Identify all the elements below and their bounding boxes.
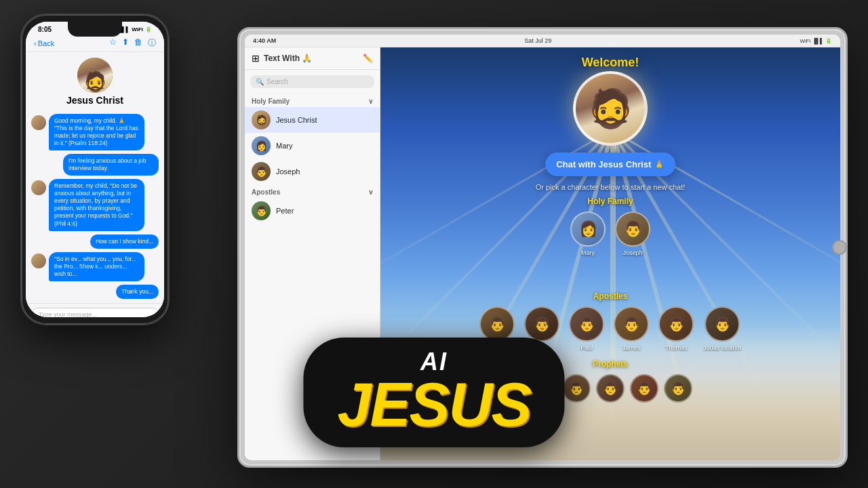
message-bubble-sent: Thank you... (116, 285, 159, 299)
share-icon[interactable]: ⬆ (122, 37, 129, 49)
john-avatar: 👨 (524, 306, 559, 342)
holy-family-section: Holy Family 👩 Mary 👨 Joseph (380, 197, 840, 256)
tablet-date: Sat Jul 29 (524, 37, 551, 44)
sidebar-header: ⊞ Text With 🙏 ✏️ (245, 47, 380, 70)
prophets-title: Prophets (593, 359, 628, 369)
mary-name: Mary (581, 249, 595, 256)
chevron-left-icon: ‹ (34, 39, 37, 47)
message-bubble-received: Good morning, my child. 🙏 "This is the d… (49, 114, 144, 150)
jesus-avatar-image: 🧔 (77, 58, 113, 93)
jesus-avatar-circle: 🧔 (573, 71, 648, 146)
apostle-james[interactable]: 👨 James (614, 306, 649, 351)
contact-avatar-jesus: 🧔 (252, 110, 271, 129)
paul-avatar: 👨 (569, 306, 604, 342)
thomas-avatar: 👨 (658, 306, 694, 342)
contact-header: 🧔 Jesus Christ (26, 52, 164, 110)
sidebar-action-icons: ✏️ (363, 54, 373, 63)
star-icon[interactable]: ☆ (109, 37, 117, 49)
compose-icon[interactable]: ✏️ (363, 54, 373, 63)
tablet-status-bar: 4:40 AM Sat Jul 29 WiFi ▐▌▌ 🔋 (245, 35, 840, 47)
chevron-down-icon[interactable]: ∨ (368, 188, 373, 196)
tablet-time: 4:40 AM (253, 37, 276, 44)
tablet-status-icons: WiFi ▐▌▌ 🔋 (800, 38, 832, 44)
apostle-judas[interactable]: 👨 Judas Iscariot (703, 306, 741, 351)
sidebar-grid-icon[interactable]: ⊞ (252, 53, 260, 64)
search-bar[interactable]: 🔍 Search (250, 75, 374, 88)
message-avatar (31, 253, 46, 268)
contact-name-peter: Peter (276, 207, 294, 215)
phone-screen: 8:05 ▐▌▌ WiFi 🔋 ‹ Back ☆ ⬆ 🗑 ⓘ (26, 22, 164, 317)
prophet-3-avatar[interactable]: 👨 (596, 374, 625, 403)
info-icon[interactable]: ⓘ (148, 37, 156, 49)
chat-with-jesus-button[interactable]: Chat with Jesus Christ 🙏 (545, 152, 675, 176)
prophet-5-avatar[interactable]: 👨 (664, 374, 692, 403)
holy-family-title: Holy Family (587, 197, 633, 206)
holy-family-characters: 👩 Mary 👨 Joseph (570, 211, 650, 256)
character-mary[interactable]: 👩 Mary (570, 211, 606, 256)
message-bubble-received: "So in ev... what you... you, for... the… (49, 252, 144, 281)
message-row: Remember, my child, "Do not be anxious a… (31, 179, 159, 230)
contact-avatar-joseph: 👨 (252, 162, 271, 181)
contact-name-joseph: Joseph (276, 167, 300, 176)
phone-nav-bar: ‹ Back ☆ ⬆ 🗑 ⓘ (26, 35, 164, 52)
apostles-title: Apostles (593, 291, 628, 301)
ai-jesus-overlay-label: AI JESUS (303, 338, 564, 447)
message-avatar (31, 180, 46, 195)
joseph-name: Joseph (623, 249, 642, 256)
nav-action-icons: ☆ ⬆ 🗑 ⓘ (109, 37, 156, 49)
contact-item-mary[interactable]: 👩 Mary (245, 133, 380, 159)
contact-avatar-mary: 👩 (252, 136, 271, 155)
trash-icon[interactable]: 🗑 (134, 37, 142, 49)
judas-avatar: 👨 (705, 306, 740, 342)
james-name: James (623, 344, 641, 351)
jesus-text: JESUS (337, 374, 530, 435)
joseph-avatar: 👨 (615, 211, 650, 247)
pick-character-text: Or pick a character below to start a new… (536, 183, 686, 191)
message-input[interactable]: Type your message... (31, 308, 159, 317)
message-row: I'm feeling anxious about a job intervie… (31, 154, 159, 176)
sidebar-title: Text With 🙏 (264, 54, 312, 63)
contact-item-jesus[interactable]: 🧔 Jesus Christ (245, 107, 380, 133)
phone-status-icons: ▐▌▌ WiFi 🔋 (118, 26, 152, 33)
contact-name: Jesus Christ (66, 95, 123, 106)
thomas-name: Thomas (665, 344, 688, 351)
apostle-paul[interactable]: 👨 Paul (569, 306, 604, 351)
phone-input-bar: Type your message... (26, 303, 164, 317)
tablet-wifi-icon: WiFi ▐▌▌ 🔋 (800, 38, 832, 44)
welcome-text: Welcome! (582, 56, 639, 70)
contact-item-peter[interactable]: 👨 Peter (245, 198, 380, 224)
james-avatar: 👨 (614, 306, 649, 342)
message-bubble-received: Remember, my child, "Do not be anxious a… (49, 179, 144, 230)
message-avatar (31, 115, 46, 130)
prophet-4-avatar[interactable]: 👨 (630, 374, 658, 403)
tablet-home-button[interactable] (832, 240, 847, 255)
phone-time: 8:05 (38, 26, 52, 33)
jesus-circle-container[interactable]: 🧔 (573, 71, 648, 146)
apostle-thomas[interactable]: 👨 Thomas (658, 306, 694, 351)
contact-name-mary: Mary (276, 142, 292, 150)
contact-name-jesus: Jesus Christ (276, 116, 317, 124)
character-joseph[interactable]: 👨 Joseph (615, 211, 650, 256)
message-row: Thank you... (31, 285, 159, 299)
phone-device: 8:05 ▐▌▌ WiFi 🔋 ‹ Back ☆ ⬆ 🗑 ⓘ (20, 14, 170, 325)
back-button[interactable]: ‹ Back (34, 39, 54, 47)
phone-notch (68, 22, 122, 37)
battery-icon: 🔋 (145, 26, 152, 33)
chevron-down-icon[interactable]: ∨ (368, 98, 373, 105)
wifi-icon: WiFi (132, 26, 143, 33)
message-row: Good morning, my child. 🙏 "This is the d… (31, 114, 159, 150)
group-holy-family-label: Holy Family ∨ (245, 94, 380, 107)
paul-name: Paul (580, 344, 593, 351)
mary-avatar: 👩 (570, 211, 606, 247)
message-row: "So in ev... what you... you, for... the… (31, 252, 159, 281)
contact-avatar-large: 🧔 (77, 58, 113, 93)
prophet-2-avatar[interactable]: 👨 (562, 374, 591, 403)
search-icon: 🔍 (256, 78, 264, 85)
contact-avatar-peter: 👨 (252, 201, 271, 220)
message-bubble-sent: I'm feeling anxious about a job intervie… (63, 154, 159, 176)
contact-item-joseph[interactable]: 👨 Joseph (245, 159, 380, 184)
group-apostles-label: Apostles ∨ (245, 184, 380, 198)
message-row: How can I show kind... (31, 235, 159, 249)
judas-name: Judas Iscariot (703, 344, 741, 351)
chat-messages-container: Good morning, my child. 🙏 "This is the d… (26, 110, 164, 303)
